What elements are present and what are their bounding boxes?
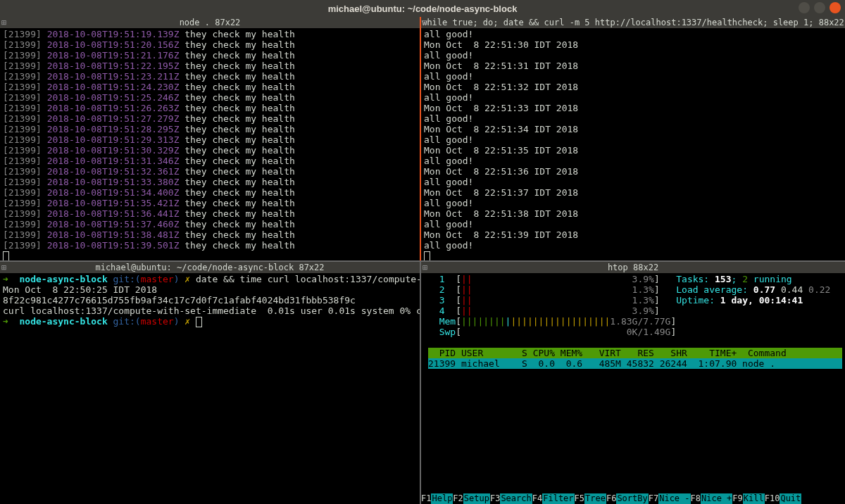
- timestamp: 2018-10-08T19:51:33.380Z: [47, 177, 180, 187]
- pid: [21399]: [3, 113, 42, 124]
- timestamp: 2018-10-08T19:51:31.346Z: [47, 156, 180, 166]
- fkey-label[interactable]: Nice +: [701, 493, 732, 504]
- log-message: they check my health: [184, 82, 295, 92]
- pid: [21399]: [3, 61, 42, 71]
- pid: [21399]: [3, 240, 42, 251]
- pid: [21399]: [3, 229, 42, 240]
- log-line: [21399] 2018-10-08T19:51:33.380Z they ch…: [3, 177, 417, 187]
- fkey-F10[interactable]: F10: [765, 493, 780, 504]
- output-line: Mon Oct 8 22:51:37 IDT 2018: [424, 187, 842, 198]
- prompt-dir: node-async-block: [19, 274, 107, 284]
- output-line: Mon Oct 8 22:51:39 IDT 2018: [424, 229, 842, 240]
- pid: [21399]: [3, 29, 42, 39]
- maximize-button[interactable]: [814, 2, 825, 13]
- output-line: Mon Oct 8 22:51:34 IDT 2018: [424, 124, 842, 134]
- fkey-label[interactable]: Search: [500, 493, 532, 504]
- pane-icon: ⊞: [423, 18, 427, 27]
- log-message: they check my health: [184, 145, 295, 156]
- log-line: [21399] 2018-10-08T19:51:35.421Z they ch…: [3, 198, 417, 208]
- minimize-button[interactable]: [799, 2, 810, 13]
- cursor: [196, 317, 202, 327]
- log-message: they check my health: [184, 156, 295, 166]
- fkey-F9[interactable]: F9: [732, 493, 742, 504]
- output-line: all good!: [424, 240, 842, 251]
- fkey-label[interactable]: Filter: [542, 493, 574, 504]
- output-line: all good!: [424, 134, 842, 145]
- fkey-F4[interactable]: F4: [532, 493, 542, 504]
- pane-shell[interactable]: ⊞ michael@ubuntu: ~/code/node-async-bloc…: [0, 260, 421, 504]
- log-line: [21399] 2018-10-08T19:51:27.279Z they ch…: [3, 113, 417, 124]
- dirty-icon: ✗: [184, 274, 190, 284]
- fkey-label[interactable]: Help: [431, 493, 453, 504]
- timestamp: 2018-10-08T19:51:39.501Z: [47, 240, 180, 251]
- fkey-label[interactable]: Quit: [780, 493, 801, 504]
- fkey-F7[interactable]: F7: [649, 493, 658, 504]
- pid: [21399]: [3, 82, 42, 92]
- prompt-line[interactable]: ➜ node-async-block git:(master) ✗: [3, 316, 417, 327]
- log-line: [21399] 2018-10-08T19:51:21.176Z they ch…: [3, 50, 417, 61]
- fkey-F2[interactable]: F2: [453, 493, 463, 504]
- log-message: they check my health: [184, 166, 295, 177]
- fkey-F3[interactable]: F3: [490, 493, 500, 504]
- log-line: [21399] 2018-10-08T19:51:37.460Z they ch…: [3, 219, 417, 229]
- log-message: they check my health: [184, 219, 295, 229]
- fkey-F5[interactable]: F5: [575, 493, 584, 504]
- pane-htop[interactable]: ⊞ htop 88x22 1 [|| 3.9%] Tasks: 153; 2 r…: [421, 260, 845, 504]
- output-line: all good!: [424, 177, 842, 187]
- timestamp: 2018-10-08T19:51:21.176Z: [47, 50, 180, 61]
- pane-node-log[interactable]: ⊞ node . 87x22 [21399] 2018-10-08T19:51:…: [0, 17, 421, 260]
- process-row[interactable]: 21399 michael S 0.0 0.6 485M 45832 26244…: [428, 358, 842, 369]
- log-line: [21399] 2018-10-08T19:51:23.211Z they ch…: [3, 71, 417, 82]
- output-line: all good!: [424, 29, 842, 39]
- pid: [21399]: [3, 219, 42, 229]
- output-line: all good!: [424, 156, 842, 166]
- fkey-F6[interactable]: F6: [606, 493, 616, 504]
- output-line: all good!: [424, 198, 842, 208]
- pane-title: while true; do; date && curl -m 5 http:/…: [422, 18, 844, 27]
- pane-title: htop 88x22: [608, 263, 658, 272]
- pane-icon: ⊞: [1, 18, 6, 27]
- log-line: [21399] 2018-10-08T19:51:25.246Z they ch…: [3, 92, 417, 103]
- log-line: [21399] 2018-10-08T19:51:32.361Z they ch…: [3, 166, 417, 177]
- output-line: all good!: [424, 219, 842, 229]
- cursor: [3, 251, 9, 260]
- output-line: 8f22c981c4277c76615d755fb9af34c17c7d0f7c…: [3, 295, 417, 305]
- git-close: ): [174, 274, 180, 284]
- log-message: they check my health: [184, 71, 295, 82]
- close-button[interactable]: [830, 2, 841, 13]
- cpu-meter: 3 [|| 1.3%] Uptime: 1 day, 00:14:41: [428, 295, 842, 305]
- timestamp: 2018-10-08T19:51:24.230Z: [47, 82, 180, 92]
- output-line: Mon Oct 8 22:51:35 IDT 2018: [424, 145, 842, 156]
- fkey-label[interactable]: Setup: [463, 493, 490, 504]
- htop-fkeys: F1Help F2Setup F3SearchF4FilterF5Tree F6…: [421, 493, 845, 504]
- log-line: [21399] 2018-10-08T19:51:29.313Z they ch…: [3, 134, 417, 145]
- fkey-label[interactable]: Tree: [584, 493, 606, 504]
- pid: [21399]: [3, 198, 42, 208]
- output-line: Mon Oct 8 22:51:33 IDT 2018: [424, 103, 842, 113]
- dirty-icon: ✗: [184, 316, 190, 327]
- fkey-label[interactable]: Nice -: [658, 493, 690, 504]
- timestamp: 2018-10-08T19:51:22.195Z: [47, 61, 180, 71]
- log-message: they check my health: [184, 177, 295, 187]
- output-line: Mon Oct 8 22:51:36 IDT 2018: [424, 166, 842, 177]
- output-line: Mon Oct 8 22:51:38 IDT 2018: [424, 208, 842, 219]
- fkey-label[interactable]: Kill: [743, 493, 765, 504]
- fkey-F8[interactable]: F8: [691, 493, 701, 504]
- git-label: git:(: [113, 316, 141, 327]
- cpu-meter: 4 [|| 3.9%]: [428, 305, 842, 316]
- prompt-arrow: ➜: [3, 274, 19, 284]
- pane-healthcheck[interactable]: ⊞ while true; do; date && curl -m 5 http…: [421, 17, 845, 260]
- timestamp: 2018-10-08T19:51:27.279Z: [47, 113, 180, 124]
- pane-header: ⊞ node . 87x22: [0, 17, 420, 28]
- htop-header: PID USER S CPU% MEM% VIRT RES SHR TIME+ …: [428, 348, 842, 358]
- fkey-F1[interactable]: F1: [421, 493, 431, 504]
- fkey-label[interactable]: SortBy: [616, 493, 648, 504]
- pid: [21399]: [3, 208, 42, 219]
- timestamp: 2018-10-08T19:51:38.481Z: [47, 229, 180, 240]
- output-line: curl localhost:1337/compute-with-set-imm…: [3, 305, 417, 316]
- output-line: Mon Oct 8 22:51:30 IDT 2018: [424, 39, 842, 50]
- log-message: they check my health: [184, 39, 295, 50]
- window-titlebar: michael@ubuntu: ~/code/node-async-block: [0, 0, 845, 17]
- git-close: ): [174, 316, 180, 327]
- cursor-line: [3, 251, 417, 260]
